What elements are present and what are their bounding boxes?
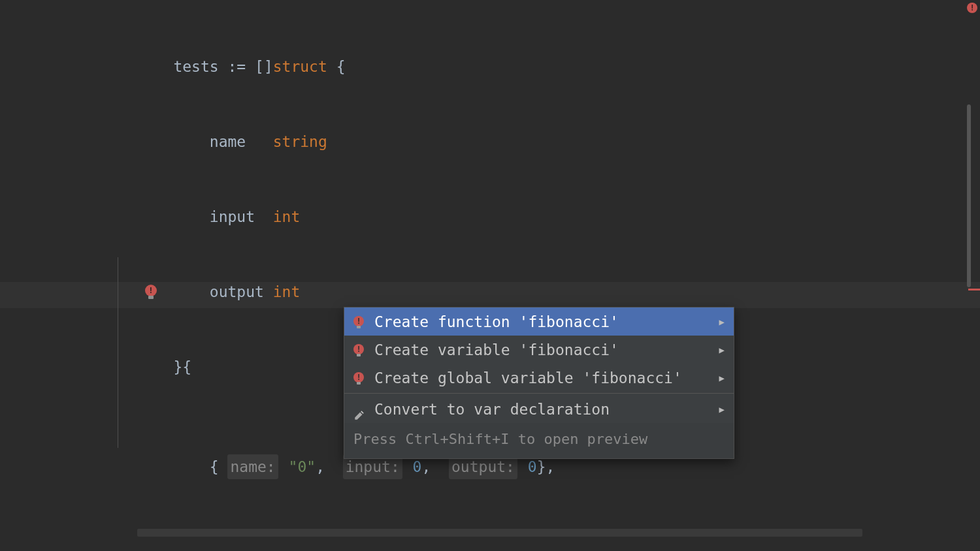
error-stripe[interactable] <box>968 289 980 291</box>
menu-item-create-global-variable[interactable]: ! Create global variable 'fibonacci' ▶ <box>344 364 734 392</box>
indent-guide <box>118 257 118 448</box>
menu-separator <box>344 393 734 394</box>
intention-actions-popup[interactable]: ! Create function 'fibonacci' ▶ ! Create… <box>344 307 734 459</box>
horizontal-scrollbar[interactable] <box>137 529 862 537</box>
bulb-error-icon: ! <box>353 372 374 384</box>
menu-footer-hint: Press Ctrl+Shift+I to open preview <box>344 423 734 458</box>
submenu-arrow-icon: ▶ <box>719 397 725 422</box>
code-line[interactable]: input int <box>137 204 936 229</box>
menu-item-label: Create function 'fibonacci' <box>374 309 719 334</box>
param-hint-name: name: <box>227 454 278 479</box>
bulb-error-icon: ! <box>353 344 374 356</box>
code-line[interactable]: output int <box>137 279 936 304</box>
submenu-arrow-icon: ▶ <box>719 338 725 362</box>
menu-item-create-variable[interactable]: ! Create variable 'fibonacci' ▶ <box>344 336 734 364</box>
vertical-scrollbar[interactable] <box>967 104 971 287</box>
submenu-arrow-icon: ▶ <box>719 366 725 390</box>
menu-item-label: Create variable 'fibonacci' <box>374 338 719 362</box>
bulb-error-icon: ! <box>353 316 374 328</box>
error-indicator-icon[interactable]: ! <box>967 3 977 13</box>
code-line[interactable]: tests := []struct { <box>137 54 936 79</box>
menu-item-label: Create global variable 'fibonacci' <box>374 366 719 390</box>
menu-item-convert-var[interactable]: Convert to var declaration ▶ <box>344 395 734 423</box>
code-area[interactable]: tests := []struct { name string input in… <box>137 4 936 551</box>
submenu-arrow-icon: ▶ <box>719 309 725 334</box>
menu-item-create-function[interactable]: ! Create function 'fibonacci' ▶ <box>344 307 734 336</box>
code-line[interactable]: name string <box>137 129 936 154</box>
menu-item-label: Convert to var declaration <box>374 397 719 422</box>
pencil-icon <box>353 403 374 415</box>
code-editor[interactable]: ! ! tests := []struct { name string inpu… <box>0 0 980 551</box>
